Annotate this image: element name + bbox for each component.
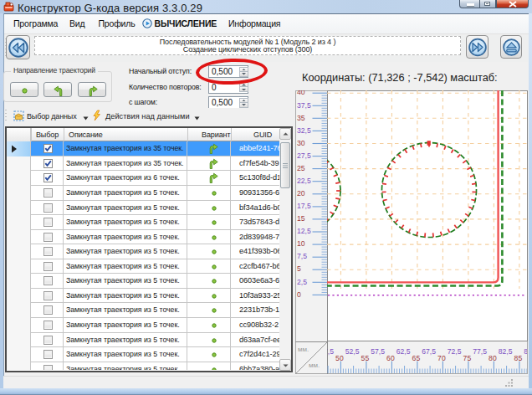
svg-text:32,5: 32,5: [297, 126, 311, 135]
svg-text:47,5: 47,5: [327, 347, 334, 356]
svg-text:27,5: 27,5: [297, 151, 311, 160]
svg-text:80: 80: [489, 354, 497, 362]
svg-text:77,5: 77,5: [473, 347, 487, 356]
svg-text:50: 50: [335, 354, 344, 362]
svg-text:мм.: мм.: [309, 362, 320, 369]
svg-text:мм.: мм.: [298, 346, 309, 353]
svg-text:37,5: 37,5: [297, 101, 311, 110]
svg-text:82,5: 82,5: [499, 347, 513, 356]
svg-text:22,5: 22,5: [297, 177, 311, 185]
svg-text:20: 20: [297, 189, 305, 198]
svg-text:35: 35: [297, 114, 305, 122]
svg-text:12,5: 12,5: [297, 227, 311, 235]
svg-text:25: 25: [297, 164, 305, 172]
svg-text:70: 70: [437, 354, 446, 362]
svg-text:10: 10: [297, 239, 305, 248]
svg-text:7,5: 7,5: [297, 252, 307, 260]
svg-text:75: 75: [463, 354, 472, 362]
svg-text:60: 60: [386, 354, 395, 362]
svg-text:17,5: 17,5: [297, 202, 311, 210]
svg-text:55: 55: [361, 354, 370, 362]
svg-text:72,5: 72,5: [448, 347, 462, 356]
svg-text:40: 40: [297, 90, 305, 96]
svg-text:67,5: 67,5: [422, 347, 436, 356]
svg-text:62,5: 62,5: [396, 347, 411, 356]
svg-text:2,5: 2,5: [297, 278, 307, 286]
svg-text:65: 65: [412, 354, 421, 362]
svg-text:30: 30: [297, 139, 305, 147]
svg-text:15: 15: [297, 214, 305, 223]
svg-text:0: 0: [297, 290, 301, 299]
svg-text:5: 5: [297, 264, 301, 273]
svg-text:57,5: 57,5: [371, 347, 385, 356]
svg-text:87,5: 87,5: [524, 347, 527, 356]
svg-text:52,5: 52,5: [345, 347, 360, 356]
svg-text:85: 85: [514, 354, 523, 362]
